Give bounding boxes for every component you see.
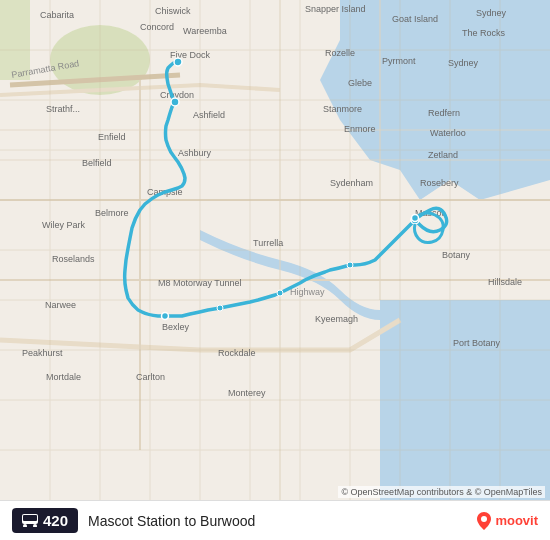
- svg-text:Belfield: Belfield: [82, 158, 112, 168]
- bus-icon: [22, 514, 38, 527]
- footer-bar: 420 Mascot Station to Burwood moovit: [0, 500, 550, 540]
- svg-text:M8 Motorway Tunnel: M8 Motorway Tunnel: [158, 278, 242, 288]
- svg-text:Monterey: Monterey: [228, 388, 266, 398]
- svg-text:Roselands: Roselands: [52, 254, 95, 264]
- svg-text:Chiswick: Chiswick: [155, 6, 191, 16]
- svg-text:Concord: Concord: [140, 22, 174, 32]
- svg-text:Pyrmont: Pyrmont: [382, 56, 416, 66]
- svg-text:Peakhurst: Peakhurst: [22, 348, 63, 358]
- moovit-text: moovit: [495, 513, 538, 528]
- svg-rect-77: [23, 515, 37, 521]
- svg-text:Sydney: Sydney: [476, 8, 507, 18]
- svg-point-80: [481, 516, 487, 522]
- map-container: Cabarita Chiswick Wareemba Snapper Islan…: [0, 0, 550, 540]
- svg-text:Strathf...: Strathf...: [46, 104, 80, 114]
- svg-text:Narwee: Narwee: [45, 300, 76, 310]
- svg-text:Redfern: Redfern: [428, 108, 460, 118]
- svg-text:Glebe: Glebe: [348, 78, 372, 88]
- svg-text:Sydney: Sydney: [448, 58, 479, 68]
- svg-text:The Rocks: The Rocks: [462, 28, 506, 38]
- svg-point-72: [347, 262, 353, 268]
- svg-text:Rockdale: Rockdale: [218, 348, 256, 358]
- svg-text:Zetland: Zetland: [428, 150, 458, 160]
- svg-point-75: [162, 313, 169, 320]
- svg-text:Snapper Island: Snapper Island: [305, 4, 366, 14]
- moovit-logo: moovit: [477, 512, 538, 530]
- svg-text:Bexley: Bexley: [162, 322, 190, 332]
- moovit-pin-icon: [477, 512, 491, 530]
- svg-text:Kyeemagh: Kyeemagh: [315, 314, 358, 324]
- svg-text:Enmore: Enmore: [344, 124, 376, 134]
- svg-point-69: [174, 58, 182, 66]
- svg-text:Botany: Botany: [442, 250, 471, 260]
- map-attribution: © OpenStreetMap contributors & © OpenMap…: [338, 486, 545, 498]
- svg-text:Goat Island: Goat Island: [392, 14, 438, 24]
- svg-point-71: [277, 290, 283, 296]
- svg-point-74: [412, 215, 419, 222]
- svg-text:Sydenham: Sydenham: [330, 178, 373, 188]
- svg-point-79: [33, 524, 37, 527]
- svg-point-78: [23, 524, 27, 527]
- svg-text:Carlton: Carlton: [136, 372, 165, 382]
- svg-text:Stanmore: Stanmore: [323, 104, 362, 114]
- svg-text:Wareemba: Wareemba: [183, 26, 227, 36]
- svg-text:Ashbury: Ashbury: [178, 148, 212, 158]
- svg-text:Port Botany: Port Botany: [453, 338, 501, 348]
- svg-text:Cabarita: Cabarita: [40, 10, 74, 20]
- svg-text:Mortdale: Mortdale: [46, 372, 81, 382]
- svg-text:Wiley Park: Wiley Park: [42, 220, 86, 230]
- svg-point-68: [171, 98, 179, 106]
- svg-text:Waterloo: Waterloo: [430, 128, 466, 138]
- svg-text:Turrella: Turrella: [253, 238, 283, 248]
- svg-text:Rosebery: Rosebery: [420, 178, 459, 188]
- route-description: Mascot Station to Burwood: [88, 513, 467, 529]
- svg-text:Hillsdale: Hillsdale: [488, 277, 522, 287]
- svg-text:Enfield: Enfield: [98, 132, 126, 142]
- svg-text:Highway: Highway: [290, 287, 325, 297]
- map-background: Cabarita Chiswick Wareemba Snapper Islan…: [0, 0, 550, 500]
- svg-text:Belmore: Belmore: [95, 208, 129, 218]
- svg-text:Rozelle: Rozelle: [325, 48, 355, 58]
- svg-point-70: [217, 305, 223, 311]
- route-number: 420: [43, 512, 68, 529]
- route-badge: 420: [12, 508, 78, 533]
- svg-text:Ashfield: Ashfield: [193, 110, 225, 120]
